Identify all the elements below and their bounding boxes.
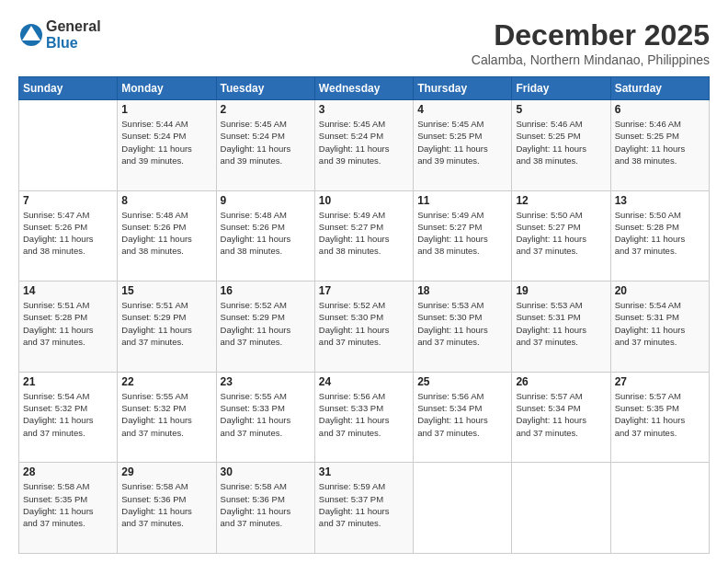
location-title: Calamba, Northern Mindanao, Philippines — [472, 52, 710, 67]
day-cell: 10Sunrise: 5:49 AM Sunset: 5:27 PM Dayli… — [314, 190, 413, 282]
day-info: Sunrise: 5:58 AM Sunset: 5:36 PM Dayligh… — [221, 480, 311, 529]
day-cell: 25Sunrise: 5:56 AM Sunset: 5:34 PM Dayli… — [414, 372, 512, 463]
day-number: 1 — [121, 103, 211, 116]
week-row-3: 14Sunrise: 5:51 AM Sunset: 5:28 PM Dayli… — [19, 282, 710, 373]
day-number: 15 — [121, 284, 211, 297]
day-info: Sunrise: 5:53 AM Sunset: 5:30 PM Dayligh… — [417, 299, 507, 348]
day-number: 7 — [23, 194, 113, 207]
day-cell: 11Sunrise: 5:49 AM Sunset: 5:27 PM Dayli… — [414, 190, 512, 282]
week-row-4: 21Sunrise: 5:54 AM Sunset: 5:32 PM Dayli… — [19, 372, 710, 463]
day-info: Sunrise: 5:47 AM Sunset: 5:26 PM Dayligh… — [23, 209, 113, 258]
day-cell: 30Sunrise: 5:58 AM Sunset: 5:36 PM Dayli… — [216, 463, 314, 554]
day-info: Sunrise: 5:54 AM Sunset: 5:32 PM Dayligh… — [23, 390, 113, 439]
day-number: 11 — [417, 194, 507, 207]
day-number: 19 — [516, 284, 606, 297]
title-block: December 2025 Calamba, Northern Mindanao… — [472, 18, 710, 67]
day-info: Sunrise: 5:44 AM Sunset: 5:24 PM Dayligh… — [121, 118, 211, 167]
logo-icon — [18, 22, 44, 48]
day-cell: 3Sunrise: 5:45 AM Sunset: 5:24 PM Daylig… — [314, 100, 413, 191]
day-number: 27 — [615, 375, 705, 388]
day-cell: 23Sunrise: 5:55 AM Sunset: 5:33 PM Dayli… — [216, 372, 314, 463]
day-info: Sunrise: 5:54 AM Sunset: 5:31 PM Dayligh… — [615, 299, 705, 348]
day-cell: 13Sunrise: 5:50 AM Sunset: 5:28 PM Dayli… — [610, 190, 709, 282]
day-number: 9 — [221, 194, 311, 207]
day-cell: 7Sunrise: 5:47 AM Sunset: 5:26 PM Daylig… — [19, 190, 118, 282]
logo: General Blue — [18, 18, 101, 51]
day-cell: 6Sunrise: 5:46 AM Sunset: 5:25 PM Daylig… — [610, 100, 709, 191]
day-info: Sunrise: 5:45 AM Sunset: 5:24 PM Dayligh… — [319, 118, 409, 167]
logo-blue: Blue — [46, 35, 101, 52]
day-number: 3 — [319, 103, 409, 116]
day-number: 24 — [319, 375, 409, 388]
day-info: Sunrise: 5:49 AM Sunset: 5:27 PM Dayligh… — [417, 209, 507, 258]
day-info: Sunrise: 5:48 AM Sunset: 5:26 PM Dayligh… — [221, 209, 311, 258]
col-header-friday: Friday — [512, 77, 610, 100]
col-header-sunday: Sunday — [19, 77, 118, 100]
day-info: Sunrise: 5:52 AM Sunset: 5:30 PM Dayligh… — [319, 299, 409, 348]
day-cell: 1Sunrise: 5:44 AM Sunset: 5:24 PM Daylig… — [118, 100, 216, 191]
day-info: Sunrise: 5:49 AM Sunset: 5:27 PM Dayligh… — [319, 209, 409, 258]
day-cell: 24Sunrise: 5:56 AM Sunset: 5:33 PM Dayli… — [314, 372, 413, 463]
header: General Blue December 2025 Calamba, Nort… — [18, 18, 710, 67]
page: General Blue December 2025 Calamba, Nort… — [0, 0, 728, 563]
logo-general: General — [46, 18, 101, 35]
day-number: 30 — [221, 465, 311, 478]
day-number: 20 — [615, 284, 705, 297]
day-cell: 8Sunrise: 5:48 AM Sunset: 5:26 PM Daylig… — [118, 190, 216, 282]
day-cell: 9Sunrise: 5:48 AM Sunset: 5:26 PM Daylig… — [216, 190, 314, 282]
day-cell: 21Sunrise: 5:54 AM Sunset: 5:32 PM Dayli… — [19, 372, 118, 463]
day-cell: 28Sunrise: 5:58 AM Sunset: 5:35 PM Dayli… — [19, 463, 118, 554]
day-info: Sunrise: 5:50 AM Sunset: 5:28 PM Dayligh… — [615, 209, 705, 258]
day-info: Sunrise: 5:55 AM Sunset: 5:33 PM Dayligh… — [221, 390, 311, 439]
day-number: 17 — [319, 284, 409, 297]
day-info: Sunrise: 5:59 AM Sunset: 5:37 PM Dayligh… — [319, 480, 409, 529]
day-cell: 27Sunrise: 5:57 AM Sunset: 5:35 PM Dayli… — [610, 372, 709, 463]
day-info: Sunrise: 5:50 AM Sunset: 5:27 PM Dayligh… — [516, 209, 606, 258]
day-number: 25 — [417, 375, 507, 388]
day-info: Sunrise: 5:57 AM Sunset: 5:34 PM Dayligh… — [516, 390, 606, 439]
day-cell: 14Sunrise: 5:51 AM Sunset: 5:28 PM Dayli… — [19, 282, 118, 373]
calendar-table: SundayMondayTuesdayWednesdayThursdayFrid… — [18, 76, 710, 554]
day-cell: 20Sunrise: 5:54 AM Sunset: 5:31 PM Dayli… — [610, 282, 709, 373]
day-info: Sunrise: 5:52 AM Sunset: 5:29 PM Dayligh… — [221, 299, 311, 348]
day-cell: 4Sunrise: 5:45 AM Sunset: 5:25 PM Daylig… — [414, 100, 512, 191]
day-number: 23 — [221, 375, 311, 388]
day-cell: 18Sunrise: 5:53 AM Sunset: 5:30 PM Dayli… — [414, 282, 512, 373]
day-number: 5 — [516, 103, 606, 116]
day-cell — [512, 463, 610, 554]
day-number: 31 — [319, 465, 409, 478]
day-info: Sunrise: 5:45 AM Sunset: 5:25 PM Dayligh… — [417, 118, 507, 167]
day-number: 10 — [319, 194, 409, 207]
day-cell: 16Sunrise: 5:52 AM Sunset: 5:29 PM Dayli… — [216, 282, 314, 373]
day-info: Sunrise: 5:51 AM Sunset: 5:29 PM Dayligh… — [121, 299, 211, 348]
day-cell: 5Sunrise: 5:46 AM Sunset: 5:25 PM Daylig… — [512, 100, 610, 191]
calendar-header-row: SundayMondayTuesdayWednesdayThursdayFrid… — [19, 77, 710, 100]
day-info: Sunrise: 5:56 AM Sunset: 5:34 PM Dayligh… — [417, 390, 507, 439]
day-number: 8 — [121, 194, 211, 207]
col-header-monday: Monday — [118, 77, 216, 100]
day-cell — [414, 463, 512, 554]
week-row-2: 7Sunrise: 5:47 AM Sunset: 5:26 PM Daylig… — [19, 190, 710, 282]
day-number: 29 — [121, 465, 211, 478]
day-number: 26 — [516, 375, 606, 388]
month-title: December 2025 — [472, 18, 710, 52]
day-cell: 12Sunrise: 5:50 AM Sunset: 5:27 PM Dayli… — [512, 190, 610, 282]
col-header-thursday: Thursday — [414, 77, 512, 100]
day-number: 21 — [23, 375, 113, 388]
day-cell: 17Sunrise: 5:52 AM Sunset: 5:30 PM Dayli… — [314, 282, 413, 373]
day-info: Sunrise: 5:46 AM Sunset: 5:25 PM Dayligh… — [615, 118, 705, 167]
day-info: Sunrise: 5:45 AM Sunset: 5:24 PM Dayligh… — [221, 118, 311, 167]
week-row-1: 1Sunrise: 5:44 AM Sunset: 5:24 PM Daylig… — [19, 100, 710, 191]
day-number: 18 — [417, 284, 507, 297]
day-number: 28 — [23, 465, 113, 478]
day-cell: 29Sunrise: 5:58 AM Sunset: 5:36 PM Dayli… — [118, 463, 216, 554]
day-cell: 2Sunrise: 5:45 AM Sunset: 5:24 PM Daylig… — [216, 100, 314, 191]
day-number: 14 — [23, 284, 113, 297]
day-number: 22 — [121, 375, 211, 388]
day-info: Sunrise: 5:58 AM Sunset: 5:36 PM Dayligh… — [121, 480, 211, 529]
day-cell: 22Sunrise: 5:55 AM Sunset: 5:32 PM Dayli… — [118, 372, 216, 463]
day-number: 13 — [615, 194, 705, 207]
col-header-saturday: Saturday — [610, 77, 709, 100]
day-info: Sunrise: 5:58 AM Sunset: 5:35 PM Dayligh… — [23, 480, 113, 529]
day-number: 6 — [615, 103, 705, 116]
